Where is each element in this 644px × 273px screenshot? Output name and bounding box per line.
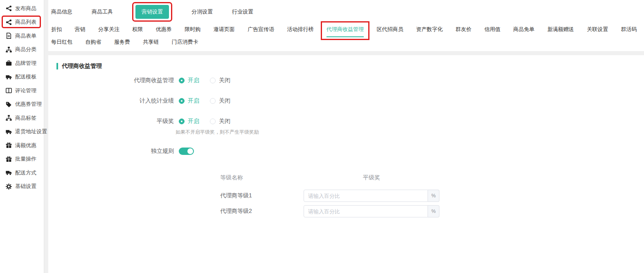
sidebar-item-label: 配送模板 <box>15 73 36 81</box>
level-name: 代理商等级1 <box>220 192 304 199</box>
subtab-store-consume-card[interactable]: 门店消费卡 <box>172 38 198 46</box>
sidebar-item-comment-management[interactable]: 评论管理 <box>0 84 44 98</box>
columns-icon <box>6 87 12 94</box>
app-window: 发布商品 商品列表 商品表单 商品分类 品牌管理 配送模板 评论管理 优惠券管理… <box>0 0 644 273</box>
peer-award-radio-group: 开启 关闭 <box>179 118 241 125</box>
subtab-service-fee[interactable]: 服务费 <box>114 38 130 46</box>
radio-label: 开启 <box>188 118 199 125</box>
truck-icon <box>6 74 12 80</box>
peer-award-label: 平级奖 <box>48 118 179 125</box>
independent-rule-label: 独立规则 <box>48 148 179 155</box>
subtab-district-agent-recruiter[interactable]: 区代招商员 <box>377 25 403 34</box>
subtab-invite-page[interactable]: 邀请页面 <box>214 25 235 34</box>
subtab-discount[interactable]: 折扣 <box>51 25 62 34</box>
radio-off[interactable]: 关闭 <box>210 77 230 84</box>
independent-rule-switch[interactable] <box>179 148 194 155</box>
form-row-agent-income-management: 代理商收益管理 开启 关闭 <box>48 76 644 85</box>
subtab-group-qr-code[interactable]: 群活码 <box>621 25 637 34</box>
subtab-permission[interactable]: 权限 <box>132 25 143 34</box>
sidebar-item-product-list[interactable]: 商品列表 <box>0 16 44 29</box>
subtab-relation-settings[interactable]: 关联设置 <box>587 25 608 34</box>
radio-off[interactable]: 关闭 <box>210 118 230 125</box>
briefcase-icon <box>6 60 12 66</box>
radio-dot-icon <box>179 78 185 83</box>
sitemap-icon <box>6 115 12 121</box>
subtab-coupon[interactable]: 优惠券 <box>156 25 172 34</box>
radio-on[interactable]: 开启 <box>179 77 199 84</box>
radio-dot-icon <box>179 119 185 124</box>
sidebar-item-product-tag[interactable]: 商品标签 <box>0 111 44 125</box>
peer-award-hint: 如果不开启平级奖，则不产生平级奖励 <box>176 129 644 136</box>
subtab-shared-chain[interactable]: 共享链 <box>143 38 159 46</box>
sidebar-item-batch-operation[interactable]: 批量操作 <box>0 152 44 166</box>
agent-income-management-radio-group: 开启 关闭 <box>179 77 241 84</box>
percent-input-group: % <box>304 190 439 202</box>
subtab-self-purchase-save[interactable]: 自购省 <box>85 38 101 46</box>
subtab-share-follow[interactable]: 分享关注 <box>98 25 119 34</box>
level-table: 等级名称 平级奖 代理商等级1 % 代理商等级2 <box>220 174 490 217</box>
radio-on[interactable]: 开启 <box>179 118 199 125</box>
radio-label: 开启 <box>188 97 199 105</box>
content-panel: 代理商收益管理 代理商收益管理 开启 关闭 计入统计业绩 开启 关闭 <box>48 55 644 273</box>
radio-dot-icon <box>210 119 216 124</box>
main-area: 商品信息 商品工具 营销设置 分润设置 行业设置 折扣 营销 分享关注 权限 优… <box>44 0 644 273</box>
subtab-new-full-gift[interactable]: 新满额赠送 <box>547 25 574 34</box>
sidebar-item-label: 品牌管理 <box>15 60 36 67</box>
percent-input[interactable] <box>304 205 428 217</box>
subtab-agent-income-management[interactable]: 代理商收益管理 <box>327 25 364 34</box>
level-name: 代理商等级2 <box>220 208 304 215</box>
subtab-credit-value[interactable]: 信用值 <box>484 25 500 34</box>
subtab-marketing[interactable]: 营销 <box>74 25 85 34</box>
sub-tabs-row1: 折扣 营销 分享关注 权限 优惠券 限时购 邀请页面 广告宣传语 活动排行榜 代… <box>51 25 644 34</box>
sidebar-item-brand-management[interactable]: 品牌管理 <box>0 56 44 70</box>
count-into-stats-radio-group: 开启 关闭 <box>179 97 241 105</box>
percent-input[interactable] <box>304 190 428 202</box>
truck-icon <box>6 170 12 176</box>
sidebar-item-product-form[interactable]: 商品表单 <box>0 29 44 43</box>
tab-profit-settings[interactable]: 分润设置 <box>191 8 213 16</box>
subtab-group-friend-price[interactable]: 群友价 <box>455 25 471 34</box>
radio-dot-icon <box>210 78 216 83</box>
sidebar-item-label: 发布商品 <box>15 5 36 12</box>
sidebar-item-label: 商品表单 <box>15 32 36 40</box>
sidebar-item-publish-product[interactable]: 发布商品 <box>0 2 44 16</box>
tab-product-info[interactable]: 商品信息 <box>51 8 72 16</box>
form-row-peer-award: 平级奖 开启 关闭 <box>48 117 644 125</box>
subtab-flash-sale[interactable]: 限时购 <box>185 25 200 34</box>
sidebar-item-product-category[interactable]: 商品分类 <box>0 43 44 57</box>
table-row: 代理商等级2 % <box>220 205 490 217</box>
tags-icon <box>6 101 12 107</box>
radio-label: 关闭 <box>219 97 230 105</box>
subtab-ad-slogan[interactable]: 广告宣传语 <box>248 25 274 34</box>
subtab-daily-red-packet[interactable]: 每日红包 <box>51 38 72 46</box>
form-row-independent-rule: 独立规则 <box>48 147 644 155</box>
gift-icon <box>6 156 12 162</box>
gear-icon <box>6 183 12 190</box>
radio-off[interactable]: 关闭 <box>210 97 230 105</box>
share-nodes-icon <box>6 19 12 25</box>
sidebar-item-basic-settings[interactable]: 基础设置 <box>0 180 44 194</box>
subtab-activity-ranking[interactable]: 活动排行榜 <box>287 25 314 34</box>
sidebar-item-label: 商品列表 <box>15 18 36 26</box>
tab-product-tools[interactable]: 商品工具 <box>92 8 113 16</box>
tab-marketing-settings[interactable]: 营销设置 <box>135 5 169 19</box>
sidebar-item-return-address-settings[interactable]: 退货地址设置 <box>0 125 44 139</box>
subtab-asset-digitization[interactable]: 资产数字化 <box>416 25 443 34</box>
sitemap-icon <box>6 47 12 53</box>
truck-icon <box>6 129 12 135</box>
sidebar-item-full-discount[interactable]: 满额优惠 <box>0 139 44 152</box>
radio-on[interactable]: 开启 <box>179 97 199 105</box>
radio-label: 关闭 <box>219 118 230 125</box>
gift-icon <box>6 142 12 148</box>
sidebar-item-delivery-template[interactable]: 配送模板 <box>0 70 44 84</box>
form-row-count-into-stats: 计入统计业绩 开启 关闭 <box>48 97 644 105</box>
sidebar: 发布商品 商品列表 商品表单 商品分类 品牌管理 配送模板 评论管理 优惠券管理… <box>0 0 44 273</box>
sidebar-item-delivery-method[interactable]: 配送方式 <box>0 166 44 180</box>
radio-dot-icon <box>179 98 185 104</box>
subtab-product-free-order[interactable]: 商品免单 <box>513 25 534 34</box>
tab-industry-settings[interactable]: 行业设置 <box>232 8 253 16</box>
sidebar-item-label: 批量操作 <box>15 155 36 163</box>
sidebar-item-coupon-management[interactable]: 优惠券管理 <box>0 98 44 112</box>
level-table-header: 等级名称 平级奖 <box>220 174 490 181</box>
radio-label: 关闭 <box>219 77 230 84</box>
